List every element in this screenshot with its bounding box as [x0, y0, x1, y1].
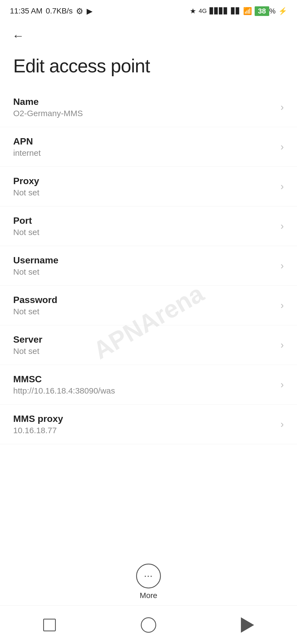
more-circle-icon: ⋯: [136, 564, 161, 588]
battery-icon: 38%: [255, 6, 276, 16]
status-time: 11:35 AM: [10, 7, 42, 15]
item-content: Password Not set: [13, 294, 275, 316]
item-label-2: Proxy: [13, 176, 275, 186]
item-value-5: Not set: [13, 307, 275, 316]
settings-item[interactable]: Proxy Not set ›: [0, 167, 297, 206]
back-arrow-icon: ←: [12, 29, 24, 43]
item-content: MMS proxy 10.16.18.77: [13, 413, 275, 435]
item-label-0: Name: [13, 96, 275, 107]
item-value-3: Not set: [13, 228, 275, 237]
status-bar: 11:35 AM 0.7KB/s ⚙ ▶ ★ 4G ▊▊▊▊ ▊▊ 📶 38% …: [0, 0, 297, 22]
wifi-icon: 📶: [243, 7, 252, 15]
nav-back-button[interactable]: [231, 614, 264, 636]
settings-icon: ⚙: [76, 6, 83, 16]
item-content: Username Not set: [13, 255, 275, 277]
item-label-3: Port: [13, 215, 275, 226]
signal-4g-icon: 4G: [199, 7, 207, 15]
signal-bars-icon: ▊▊▊▊: [210, 7, 228, 15]
item-value-7: http://10.16.18.4:38090/was: [13, 386, 275, 395]
video-icon: ▶: [87, 7, 93, 16]
bluetooth-icon: ★: [190, 7, 196, 15]
home-icon: [141, 617, 156, 633]
item-content: Name O2-Germany-MMS: [13, 96, 275, 118]
more-label: More: [140, 591, 157, 600]
settings-item[interactable]: Name O2-Germany-MMS ›: [0, 88, 297, 127]
item-content: APN internet: [13, 136, 275, 158]
charging-icon: ⚡: [278, 7, 287, 15]
chevron-right-icon: ›: [280, 379, 284, 391]
item-value-2: Not set: [13, 188, 275, 197]
chevron-right-icon: ›: [280, 181, 284, 192]
nav-recents-button[interactable]: [33, 614, 66, 636]
settings-list: Name O2-Germany-MMS › APN internet › Pro…: [0, 88, 297, 444]
settings-item[interactable]: MMSC http://10.16.18.4:38090/was ›: [0, 365, 297, 405]
more-button[interactable]: ⋯ More: [136, 564, 161, 600]
chevron-right-icon: ›: [280, 419, 284, 430]
nav-home-button[interactable]: [132, 614, 165, 636]
signal-bars2-icon: ▊▊: [231, 7, 240, 15]
item-label-5: Password: [13, 294, 275, 305]
item-value-6: Not set: [13, 346, 275, 356]
back-button[interactable]: ←: [10, 28, 26, 44]
item-value-0: O2-Germany-MMS: [13, 109, 275, 118]
item-label-4: Username: [13, 255, 275, 266]
status-right: ★ 4G ▊▊▊▊ ▊▊ 📶 38% ⚡: [190, 6, 287, 16]
settings-item[interactable]: Password Not set ›: [0, 286, 297, 325]
item-content: Port Not set: [13, 215, 275, 237]
chevron-right-icon: ›: [280, 220, 284, 232]
item-content: Proxy Not set: [13, 176, 275, 197]
nav-bar: [0, 605, 297, 644]
chevron-right-icon: ›: [280, 102, 284, 113]
page-title: Edit access point: [0, 50, 297, 88]
recents-icon: [43, 619, 56, 631]
item-value-8: 10.16.18.77: [13, 426, 275, 435]
item-label-7: MMSC: [13, 374, 275, 384]
item-label-6: Server: [13, 334, 275, 345]
item-value-4: Not set: [13, 267, 275, 277]
settings-item[interactable]: Port Not set ›: [0, 206, 297, 246]
top-bar: ←: [0, 22, 297, 50]
item-content: MMSC http://10.16.18.4:38090/was: [13, 374, 275, 395]
back-icon: [241, 617, 254, 633]
chevron-right-icon: ›: [280, 300, 284, 311]
status-network: 0.7KB/s: [46, 7, 73, 15]
chevron-right-icon: ›: [280, 339, 284, 351]
settings-item[interactable]: Username Not set ›: [0, 246, 297, 286]
chevron-right-icon: ›: [280, 260, 284, 272]
item-label-8: MMS proxy: [13, 413, 275, 424]
item-label-1: APN: [13, 136, 275, 147]
item-value-1: internet: [13, 148, 275, 158]
item-content: Server Not set: [13, 334, 275, 356]
chevron-right-icon: ›: [280, 141, 284, 153]
status-left: 11:35 AM 0.7KB/s ⚙ ▶: [10, 6, 93, 16]
more-dots-icon: ⋯: [144, 571, 153, 581]
settings-item[interactable]: APN internet ›: [0, 127, 297, 167]
settings-item[interactable]: Server Not set ›: [0, 325, 297, 365]
settings-item[interactable]: MMS proxy 10.16.18.77 ›: [0, 405, 297, 444]
